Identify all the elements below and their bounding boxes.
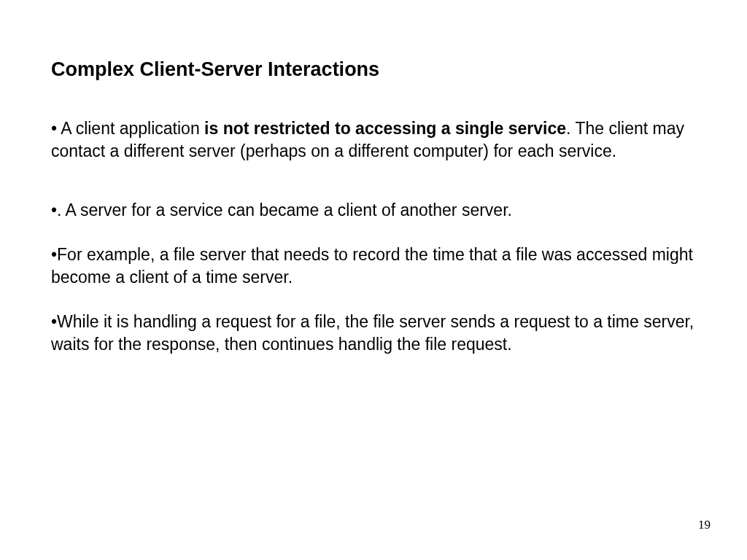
- bullet-1-prefix: • A client application: [51, 119, 204, 138]
- bullet-2: •. A server for a service can became a c…: [51, 199, 696, 222]
- bullet-3: •For example, a file server that needs t…: [51, 244, 696, 289]
- bullet-1: • A client application is not restricted…: [51, 117, 696, 163]
- bullet-4: •While it is handling a request for a fi…: [51, 311, 696, 356]
- slide-title: Complex Client-Server Interactions: [51, 58, 696, 81]
- bullet-1-bold: is not restricted to accessing a single …: [204, 119, 566, 138]
- page-number: 19: [698, 518, 711, 532]
